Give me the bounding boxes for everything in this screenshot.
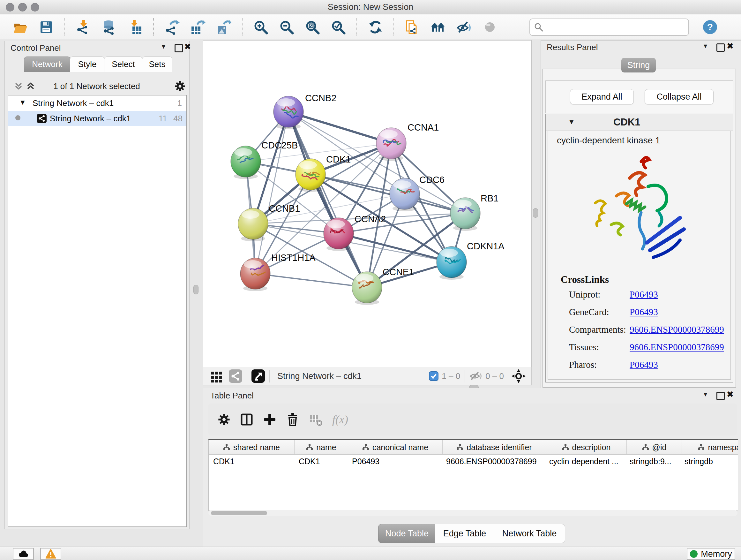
network-node-CCNB1[interactable] — [238, 208, 268, 241]
panel-maximize-icon[interactable] — [175, 44, 183, 52]
import-table-icon[interactable] — [127, 19, 143, 35]
clone-network-icon[interactable] — [405, 19, 420, 35]
tab-sets[interactable]: Sets — [142, 57, 172, 72]
table-horizontal-scrollbar — [208, 510, 738, 516]
tab-edge-table[interactable]: Edge Table — [435, 524, 494, 543]
zoom-fit-icon[interactable] — [305, 19, 320, 35]
preview-eye-icon[interactable] — [482, 19, 497, 35]
cloud-button[interactable] — [13, 548, 34, 560]
crosslink-label: Compartments: — [569, 324, 626, 334]
panel-float-icon[interactable]: ▾ — [704, 42, 707, 50]
delete-column-trash-icon[interactable] — [286, 413, 300, 427]
import-network-file-icon[interactable] — [76, 19, 91, 35]
fit-selected-crosshair-icon[interactable] — [512, 369, 526, 383]
memory-button[interactable]: Memory — [687, 548, 735, 560]
zoom-in-icon[interactable] — [253, 19, 268, 35]
tab-style[interactable]: Style — [70, 57, 105, 72]
panel-maximize-icon[interactable] — [717, 44, 725, 52]
splitter-handle-right[interactable] — [533, 208, 538, 218]
network-edge[interactable] — [288, 112, 391, 143]
network-node-CDC25B[interactable] — [231, 146, 261, 179]
string-results-box: Expand All Collapse All ▼ CDK1 cyclin-de… — [542, 69, 736, 388]
scrollbar-thumb[interactable] — [211, 511, 267, 515]
panel-float-icon[interactable]: ▾ — [704, 390, 707, 398]
refresh-icon[interactable] — [367, 19, 383, 35]
tab-network-table[interactable]: Network Table — [494, 524, 565, 543]
splitter-handle-left[interactable] — [193, 285, 199, 294]
help-button[interactable]: ? — [703, 20, 717, 34]
network-row[interactable]: String Network – cdk1 11 48 — [8, 111, 186, 126]
panel-close-icon[interactable]: ✖ — [184, 42, 191, 52]
network-edge[interactable] — [255, 112, 288, 273]
gene-section-header[interactable]: ▼ CDK1 — [546, 114, 733, 131]
node-label-CCNE1: CCNE1 — [383, 267, 414, 277]
zoom-out-icon[interactable] — [279, 19, 294, 35]
collapse-all-button[interactable]: Collapse All — [645, 89, 714, 105]
network-node-CDC6[interactable] — [390, 178, 420, 211]
column-header-database-identifier[interactable]: database identifier — [443, 440, 546, 454]
expand-all-button[interactable]: Expand All — [570, 89, 634, 105]
export-table-icon[interactable] — [190, 19, 205, 35]
crosslink-value[interactable]: P06493 — [630, 289, 658, 300]
show-columns-icon[interactable] — [240, 413, 254, 427]
tab-select[interactable]: Select — [104, 57, 143, 72]
crosslink-label: Pharos: — [569, 360, 597, 370]
shared-column-icon — [562, 444, 569, 451]
gear-icon[interactable] — [174, 80, 186, 92]
export-network-icon[interactable] — [164, 19, 180, 35]
import-network-database-icon[interactable] — [102, 19, 117, 35]
table-settings-gear-icon[interactable] — [217, 413, 231, 426]
open-session-icon[interactable] — [13, 19, 28, 35]
hidden-eye-icon[interactable] — [469, 371, 482, 381]
panel-float-icon[interactable]: ▾ — [162, 43, 165, 51]
search-input[interactable] — [546, 22, 688, 32]
add-column-icon[interactable] — [263, 413, 277, 427]
network-list-toolbar: 1 of 1 Network selected — [8, 79, 185, 94]
grid-view-icon[interactable] — [210, 370, 223, 382]
network-node-HIST1H1A[interactable] — [240, 258, 270, 291]
column-header--id[interactable]: @id — [627, 440, 682, 454]
warnings-button[interactable] — [40, 548, 61, 560]
zoom-selected-icon[interactable] — [331, 19, 346, 35]
panel-maximize-icon[interactable] — [717, 392, 725, 400]
network-node-CDKN1A[interactable] — [436, 246, 467, 280]
tab-network[interactable]: Network — [24, 57, 71, 72]
network-view-icon[interactable] — [229, 369, 242, 383]
bottom-status-bar: Memory — [0, 547, 741, 560]
hide-panels-icon[interactable] — [456, 19, 472, 35]
tab-node-table[interactable]: Node Table — [378, 524, 435, 543]
search-icon — [534, 22, 543, 32]
column-header-namespace[interactable]: namespace — [682, 440, 738, 454]
crosslink-value[interactable]: 9606.ENSP00000378699 — [630, 342, 724, 353]
column-header-canonical-name[interactable]: canonical name — [348, 440, 443, 454]
detach-view-icon[interactable] — [252, 369, 265, 383]
section-expander-icon[interactable]: ▼ — [568, 118, 575, 126]
save-session-icon[interactable] — [39, 19, 54, 35]
column-header-description[interactable]: description — [546, 440, 627, 454]
node-label-CDC25B: CDC25B — [261, 140, 298, 150]
export-image-icon[interactable] — [216, 19, 231, 35]
tree-expander-icon[interactable]: ▼ — [19, 98, 26, 107]
network-row-label: String Network – cdk1 — [50, 114, 131, 124]
tab-string[interactable]: String — [621, 58, 656, 72]
crosslink-value[interactable]: P06493 — [630, 360, 658, 370]
column-header-name[interactable]: name — [294, 440, 348, 454]
selected-checkbox-icon[interactable] — [429, 371, 439, 381]
network-collection-row[interactable]: ▼ String Network – cdk1 1 — [8, 96, 186, 111]
network-node-CCNE1[interactable] — [352, 272, 382, 305]
network-node-CCNA1[interactable] — [376, 128, 406, 161]
crosslink-value[interactable]: 9606.ENSP00000378699 — [630, 324, 724, 335]
network-node-CDK1[interactable] — [295, 159, 326, 192]
column-header-shared-name[interactable]: shared name — [209, 440, 294, 454]
panel-close-icon[interactable]: ✖ — [727, 389, 734, 399]
crosslink-value[interactable]: P06493 — [630, 307, 658, 317]
gene-details: cyclin-dependent kinase 1 — [548, 131, 731, 380]
table-row[interactable]: CDK1CDK1P064939606.ENSP00000378699cyclin… — [209, 455, 738, 468]
results-panel: Results Panel ▾ ✖ String Expand All Coll… — [541, 40, 741, 388]
show-all-panels-icon[interactable] — [430, 19, 446, 35]
network-node-RB1[interactable] — [450, 198, 480, 231]
panel-close-icon[interactable]: ✖ — [727, 41, 734, 51]
node-table: shared namenamecanonical namedatabase id… — [208, 439, 738, 511]
network-edge[interactable] — [255, 273, 367, 287]
network-canvas[interactable]: CCNB2CCNA1CDC25BCDK1CDC6RB1CCNB1CCNA2CDK… — [203, 40, 532, 367]
